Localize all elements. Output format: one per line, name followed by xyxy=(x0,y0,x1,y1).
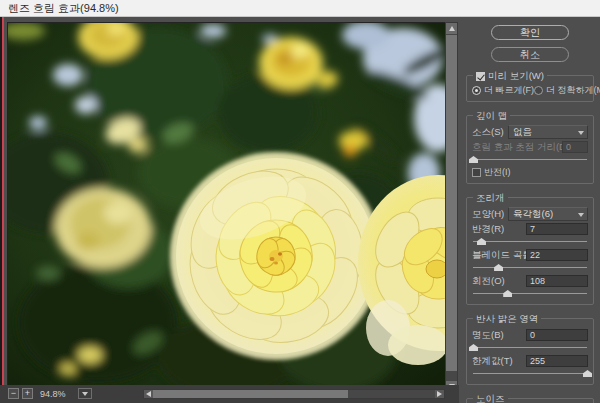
zoom-out-button[interactable]: − xyxy=(8,388,19,399)
depth-map-legend: 깊이 맵 xyxy=(473,110,510,123)
ok-button[interactable]: 확인 xyxy=(491,25,569,40)
preview-toggle[interactable]: 미리 보기(W) xyxy=(473,70,547,83)
cancel-button[interactable]: 취소 xyxy=(491,47,569,62)
blade-curvature-field[interactable]: 22 xyxy=(526,249,588,261)
noise-group: 노이즈 양(A) 0 분포 균일(U) xyxy=(466,398,594,403)
slider-thumb[interactable] xyxy=(583,370,592,377)
radius-label: 반경(R) xyxy=(472,223,504,236)
dialog-title: 렌즈 흐림 효과(94.8%) xyxy=(8,2,119,14)
vertical-scrollbar[interactable] xyxy=(445,22,458,393)
horizontal-scrollbar[interactable] xyxy=(143,389,445,399)
brightness-label: 명도(B) xyxy=(472,329,504,342)
scroll-right-arrow-icon[interactable] xyxy=(435,390,444,398)
source-value: 없음 xyxy=(513,126,532,137)
faster-radio[interactable] xyxy=(472,86,481,95)
focal-distance-field[interactable]: 0 xyxy=(562,141,588,153)
specular-highlights-group: 반사 밝은 영역 명도(B) 0 한계값(T) 255 xyxy=(466,318,594,385)
chevron-down-icon xyxy=(578,213,584,217)
specular-highlights-legend: 반사 밝은 영역 xyxy=(473,313,541,326)
noise-legend: 노이즈 xyxy=(473,393,508,403)
more-accurate-radio[interactable] xyxy=(534,86,543,95)
rotation-label: 회전(O) xyxy=(472,275,505,288)
slider-thumb[interactable] xyxy=(494,264,503,271)
slider-thumb[interactable] xyxy=(477,238,486,245)
zoom-level-dropdown[interactable] xyxy=(78,388,92,399)
shape-label: 모양(H): xyxy=(472,208,504,221)
window-edge-accent xyxy=(2,17,4,403)
preview-statusbar: − + 94.8% xyxy=(0,385,459,403)
dialog-body: − + 94.8% 확인 취소 미리 보기(W) xyxy=(0,17,600,403)
shape-dropdown[interactable]: 육각형(6) xyxy=(508,207,588,221)
radius-slider[interactable] xyxy=(473,237,587,246)
iris-legend: 조리개 xyxy=(473,192,508,205)
roses-photo xyxy=(8,23,445,385)
lens-blur-dialog: 렌즈 흐림 효과(94.8%) xyxy=(0,0,600,403)
scroll-left-arrow-icon[interactable] xyxy=(144,390,153,398)
focal-distance-slider[interactable] xyxy=(473,155,587,164)
preview-checkbox[interactable] xyxy=(476,72,485,81)
threshold-slider[interactable] xyxy=(473,369,587,378)
blade-curvature-label: 블레이드 곡률(C) xyxy=(472,249,526,262)
slider-thumb[interactable] xyxy=(469,344,478,351)
focal-distance-label: 흐림 효과 초점 거리(D) xyxy=(472,141,562,154)
depth-map-group: 깊이 맵 소스(S): 없음 흐림 효과 초점 거리(D) 0 xyxy=(466,115,594,184)
controls-panel: 확인 취소 미리 보기(W) 더 빠르게(F) 더 정확하게(M) xyxy=(460,17,600,403)
invert-label: 반전(I) xyxy=(484,166,511,179)
threshold-field[interactable]: 255 xyxy=(526,355,588,367)
rotation-field[interactable]: 108 xyxy=(526,275,588,287)
preview-label: 미리 보기(W) xyxy=(488,70,544,83)
more-accurate-label: 더 정확하게(M) xyxy=(546,84,600,97)
blade-curvature-slider[interactable] xyxy=(473,263,587,272)
faster-label: 더 빠르게(F) xyxy=(484,84,534,97)
dialog-titlebar: 렌즈 흐림 효과(94.8%) xyxy=(0,0,600,17)
chevron-down-icon xyxy=(578,131,584,135)
brightness-slider[interactable] xyxy=(473,343,587,352)
zoom-in-button[interactable]: + xyxy=(22,388,33,399)
faster-option[interactable]: 더 빠르게(F) xyxy=(472,84,534,97)
invert-option[interactable]: 반전(I) xyxy=(472,166,588,179)
brightness-field[interactable]: 0 xyxy=(526,329,588,341)
chevron-down-icon xyxy=(82,392,88,396)
slider-thumb[interactable] xyxy=(503,290,512,297)
iris-group: 조리개 모양(H): 육각형(6) 반경(R) 7 블레 xyxy=(466,197,594,305)
threshold-label: 한계값(T) xyxy=(472,355,513,368)
shape-value: 육각형(6) xyxy=(513,208,553,219)
vertical-scrollbar-thumb[interactable] xyxy=(446,35,457,371)
zoom-level-value: 94.8% xyxy=(40,389,66,399)
radius-field[interactable]: 7 xyxy=(526,223,588,235)
preview-canvas[interactable] xyxy=(7,22,446,386)
slider-thumb[interactable] xyxy=(469,156,478,163)
source-dropdown[interactable]: 없음 xyxy=(508,125,588,139)
rotation-slider[interactable] xyxy=(473,289,587,298)
invert-checkbox[interactable] xyxy=(472,168,481,177)
more-accurate-option[interactable]: 더 정확하게(M) xyxy=(534,84,600,97)
preview-group: 미리 보기(W) 더 빠르게(F) 더 정확하게(M) xyxy=(466,75,594,102)
scroll-up-arrow-icon[interactable] xyxy=(446,23,457,34)
horizontal-scrollbar-thumb[interactable] xyxy=(153,390,348,398)
source-label: 소스(S): xyxy=(472,126,504,139)
